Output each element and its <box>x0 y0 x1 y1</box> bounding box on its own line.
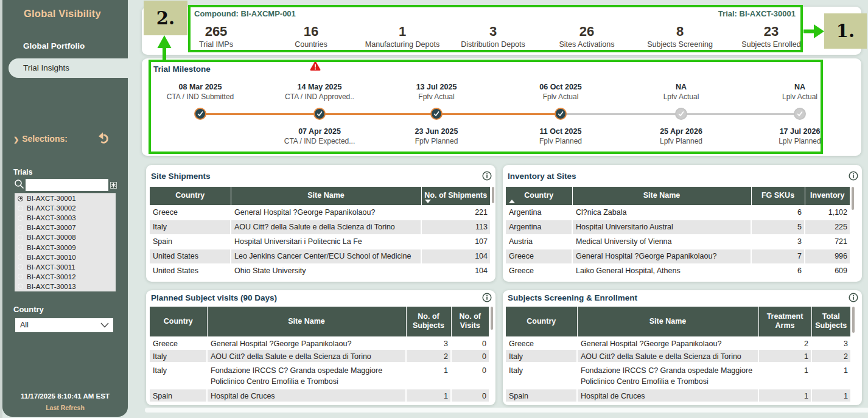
trials-list-item[interactable]: BI-AXCT-30009 <box>15 242 116 252</box>
table-row[interactable]: SpainHospital de Cruces11 <box>506 389 850 402</box>
dashboard-page: Global Visibility Global Portfolio Trial… <box>0 0 868 418</box>
filter-asterisk-icon[interactable] <box>110 182 117 189</box>
trials-list-item[interactable]: BI-AXCT-30010 <box>15 253 116 262</box>
table-row[interactable]: ArgentinaHospital Universitario Austral5… <box>506 220 850 234</box>
trials-search-input[interactable] <box>26 179 108 191</box>
table-row[interactable]: SpainHospital Universitari i Politecnic … <box>150 234 490 249</box>
trials-list-item[interactable]: BI-AXCT-30003 <box>15 213 116 223</box>
table-cell: 3 <box>811 336 850 349</box>
trials-list-item[interactable]: BI-AXCT-30002 <box>15 203 116 213</box>
table-cell: Greece <box>506 249 572 263</box>
table-cell: 6 <box>751 263 805 278</box>
table-row[interactable]: SpainHospital de Cruces10 <box>150 389 489 402</box>
info-icon[interactable] <box>482 171 492 181</box>
table-row[interactable]: ItalyAOU Citt? della Salute e della Scie… <box>150 349 489 362</box>
table-row[interactable]: United StatesOhio State University104 <box>150 263 490 278</box>
table-title: Site Shipments <box>151 172 211 181</box>
trial-id-label: BI-AXCT-30008 <box>27 234 76 241</box>
info-icon[interactable] <box>849 171 858 181</box>
horizontal-scrollbar-track[interactable] <box>145 408 868 413</box>
table-row[interactable]: ItalyFondazione IRCCS C? Granda ospedale… <box>506 362 850 389</box>
info-icon[interactable] <box>482 293 492 302</box>
sidebar-item-trial-insights[interactable]: Trial Insights <box>9 58 128 78</box>
trial-label: Trial: BI-AXCT-30001 <box>718 9 796 18</box>
trials-list-item[interactable]: BI-AXCT-30013 <box>15 282 116 291</box>
table-row[interactable]: GreeceGeneral Hospital ?George Papanikol… <box>150 336 489 349</box>
column-header[interactable]: Site Name <box>231 187 421 205</box>
milestone-line-done <box>200 113 561 115</box>
milestone-actual-label: CTA / IND Submitted <box>147 92 254 101</box>
kpi-value: 16 <box>262 24 360 40</box>
table-row[interactable]: GreeceGeneral Hospital ?George Papanikol… <box>506 336 850 349</box>
milestone-check-icon <box>675 108 687 120</box>
column-header[interactable]: Site Name <box>577 307 758 336</box>
column-header[interactable]: Country <box>506 307 577 336</box>
column-header[interactable]: FG SKUs <box>751 187 805 205</box>
selections-header[interactable]: ❯Selections: <box>13 134 68 144</box>
column-header[interactable]: Treatment Arms <box>758 307 811 336</box>
scrollbar-thumb[interactable] <box>491 307 493 330</box>
table-row[interactable]: GreeceGeneral Hospital ?George Papanikol… <box>150 205 490 220</box>
scrollbar-thumb[interactable] <box>852 307 855 333</box>
milestone-check-icon <box>313 108 326 120</box>
trials-slicer-label: Trials <box>13 168 32 176</box>
kpi-label: Manufacturing Depots <box>354 40 451 49</box>
column-header[interactable]: Country <box>150 307 207 336</box>
info-icon[interactable] <box>849 293 858 302</box>
table-row[interactable]: United StatesLeo Jenkins Cancer Center/E… <box>150 249 490 263</box>
column-header[interactable]: Site Name <box>207 307 406 336</box>
table-cell: 6 <box>751 205 805 220</box>
table-row[interactable]: ItalyAOU Citt? della Salute e della Scie… <box>506 349 850 362</box>
table-cell: Greece <box>506 263 572 278</box>
sidebar-item-global-portfolio[interactable]: Global Portfolio <box>23 41 85 51</box>
scrollbar-thumb[interactable] <box>852 187 854 210</box>
scrollbar-thumb[interactable] <box>492 187 494 203</box>
column-header[interactable]: Total Subjects <box>811 307 850 336</box>
trials-list-item[interactable]: BI-AXCT-30012 <box>15 272 116 282</box>
column-header[interactable]: No. of Subjects <box>406 307 451 336</box>
milestone-actual-date: 13 Jul 2025 <box>383 83 490 91</box>
trials-list-item[interactable]: BI-AXCT-30007 <box>15 223 116 232</box>
kpi-label: Trial IMPs <box>167 40 265 49</box>
country-dropdown[interactable]: All <box>15 318 113 332</box>
column-header[interactable]: Country <box>506 187 572 205</box>
column-header[interactable]: No. of Shipments <box>421 187 490 205</box>
table-cell: 1 <box>406 389 451 402</box>
table-row[interactable]: ItalyFondazione IRCCS C? Granda ospedale… <box>150 362 489 389</box>
column-header[interactable]: Country <box>150 187 231 205</box>
trials-list-item[interactable]: BI-AXCT-30011 <box>15 262 116 272</box>
warning-icon <box>310 61 321 71</box>
table-cell: 0 <box>451 349 489 362</box>
table-row[interactable]: GreeceGeneral Hospital ?George Papanikol… <box>506 249 850 263</box>
table-row[interactable]: AustriaMedical University of Vienna3721 <box>506 234 850 249</box>
column-header[interactable]: Site Name <box>572 187 751 205</box>
column-header[interactable]: No. of Visits <box>451 307 489 336</box>
milestone-check-icon <box>194 108 206 120</box>
annotation-label-1: 1. <box>824 13 867 49</box>
table-wrapper: CountrySite NameNo. of SubjectsNo. of Vi… <box>150 307 489 402</box>
trial-id-label: BI-AXCT-30003 <box>27 214 76 221</box>
milestone-planned-label: Lpfv Planned <box>628 137 735 145</box>
annotation-arrow-right <box>803 24 825 39</box>
table-row[interactable]: GreeceLaiko General Hospital, Athens6609 <box>506 263 850 278</box>
table-cell: Italy <box>506 349 577 362</box>
compound-label: Compound: BI-AXCMP-001 <box>194 9 296 18</box>
app-title: Global Visibility <box>2 8 128 19</box>
column-header[interactable]: Inventory <box>805 187 850 205</box>
table-cell: General Hospital ?George Papanikolaou? <box>231 205 421 220</box>
radio-icon <box>18 264 23 270</box>
chevron-down-icon <box>100 322 109 328</box>
data-table: CountrySite NameTreatment ArmsTotal Subj… <box>506 307 850 402</box>
table-row[interactable]: ArgentinaCl?nica Zabala61,102 <box>506 205 850 220</box>
table-cell: 721 <box>805 234 850 249</box>
reset-selections-icon[interactable] <box>98 132 110 144</box>
radio-icon <box>18 235 23 240</box>
kpi-label: Distribution Depots <box>444 40 542 49</box>
trials-list-item[interactable]: BI-AXCT-30008 <box>15 232 116 242</box>
milestone-check-icon <box>430 108 443 120</box>
table-row[interactable]: ItalyAOU Citt? della Salute e della Scie… <box>150 220 490 234</box>
table-cell: Leo Jenkins Cancer Center/ECU School of … <box>231 249 421 263</box>
kpi-value: 3 <box>444 24 542 40</box>
radio-icon <box>18 284 23 289</box>
trials-list-item[interactable]: BI-AXCT-30001 <box>15 193 116 203</box>
